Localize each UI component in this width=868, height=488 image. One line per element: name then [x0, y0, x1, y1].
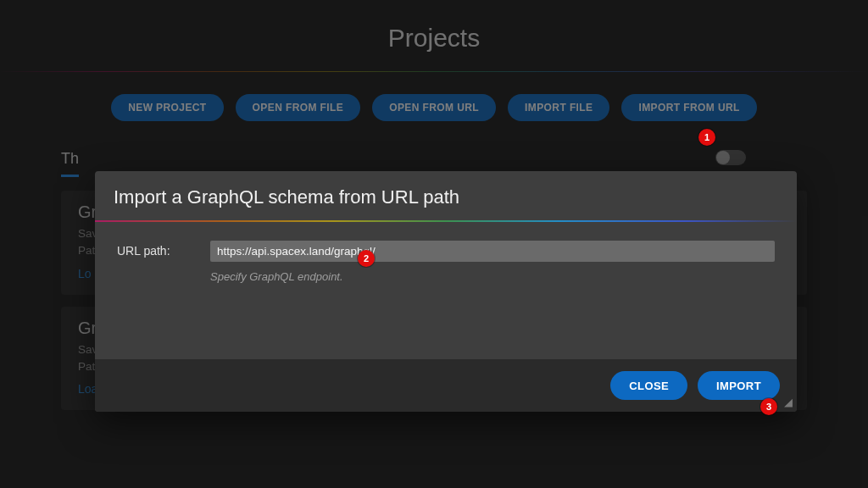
callout-badge-3: 3	[760, 398, 777, 415]
import-button[interactable]: IMPORT	[698, 371, 780, 400]
modal-title: Import a GraphQL schema from URL path	[95, 171, 797, 220]
url-path-input[interactable]	[210, 241, 775, 262]
resize-grip-icon: ◢	[784, 399, 794, 409]
callout-badge-2: 2	[358, 250, 375, 267]
callout-badge-1: 1	[698, 129, 715, 146]
import-url-modal: Import a GraphQL schema from URL path UR…	[95, 171, 797, 412]
url-path-label: URL path:	[117, 241, 192, 283]
url-path-help: Specify GraphQL endpoint.	[210, 270, 775, 283]
close-button[interactable]: CLOSE	[610, 371, 687, 400]
modal-footer: CLOSE IMPORT ◢	[95, 359, 797, 412]
